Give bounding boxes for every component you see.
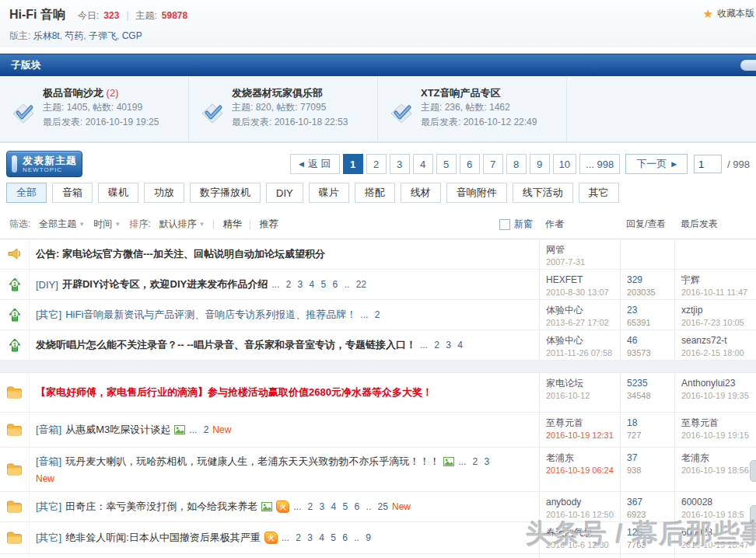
thread-reply-count[interactable]: 5235: [627, 378, 648, 389]
thread-title-link[interactable]: 公告: 家电论坛官方微信---加关注、回帖说明自动加论坛威望积分: [36, 247, 325, 261]
image-attachment-icon: [443, 457, 454, 466]
thread-author[interactable]: 家电论坛: [546, 378, 583, 389]
subforum-name[interactable]: 极品音响沙龙 (2): [43, 85, 159, 100]
svg-text:1: 1: [13, 342, 16, 347]
thread-title-link[interactable]: HiFi音响最新资讯与产品评测、音响店专访系列报道、推荐品牌！: [65, 308, 356, 322]
page-button[interactable]: 9: [530, 154, 550, 174]
section-separator: [0, 361, 756, 373]
subforum-item[interactable]: 发烧器材玩家俱乐部主题: 820, 帖数: 77095最后发表: 2016-10…: [189, 76, 378, 141]
thread-reply-count[interactable]: 18: [627, 417, 637, 428]
thread-author[interactable]: 网管: [546, 244, 565, 255]
thread-author[interactable]: 体验中心: [546, 335, 583, 346]
thread-pagination[interactable]: ... 2: [189, 424, 208, 435]
page-button[interactable]: 5: [436, 154, 457, 174]
category-tab[interactable]: 音响附件: [446, 183, 507, 203]
thread-pagination[interactable]: ... 2: [360, 309, 380, 320]
moderator-link[interactable]: CGP: [122, 30, 142, 41]
lastpost-user[interactable]: 老浦东: [681, 452, 709, 463]
back-button[interactable]: ◀ 返 回: [290, 154, 340, 174]
category-tab[interactable]: 搭配: [355, 183, 395, 203]
category-tab[interactable]: 线材: [401, 183, 441, 203]
thread-author[interactable]: 老浦东: [546, 452, 574, 463]
thread-pagination[interactable]: ... 2 3 4: [420, 340, 463, 350]
thread-category[interactable]: [音箱]: [36, 423, 61, 437]
category-tab[interactable]: 功放: [144, 183, 184, 203]
thread-reply-count[interactable]: 46: [627, 335, 637, 346]
new-topic-button[interactable]: 发表新主题NEWTOPIC: [6, 151, 82, 177]
filter-digest[interactable]: 精华: [222, 218, 241, 231]
thread-title-link[interactable]: 田奇庄：幸亏美帝没打倒，如今给我来养老: [65, 500, 257, 514]
page-number-input[interactable]: [694, 155, 722, 173]
category-tab[interactable]: 全部: [6, 183, 47, 203]
thread-reply-count[interactable]: 23: [627, 305, 637, 316]
category-tab[interactable]: 线下活动: [513, 183, 573, 203]
thread-category[interactable]: [其它]: [36, 500, 61, 514]
thread-author[interactable]: anybody: [546, 497, 581, 507]
new-badge[interactable]: New: [212, 424, 231, 435]
thread-title-link[interactable]: 绝非耸人听闻:日本从中国撤资后果极其严重: [65, 531, 261, 545]
thread-author[interactable]: 体验中心: [546, 305, 583, 316]
today-count: 323: [103, 10, 119, 21]
subforum-item[interactable]: XTZ音响产品专区主题: 236, 帖数: 1462最后发表: 2016-10-…: [378, 76, 567, 141]
subforum-name[interactable]: 发烧器材玩家俱乐部: [232, 85, 348, 100]
page-button[interactable]: 6: [460, 154, 480, 174]
category-tab[interactable]: 碟片: [309, 183, 349, 203]
moderator-link[interactable]: 芍药: [65, 30, 83, 41]
new-window-label[interactable]: 新窗: [514, 218, 533, 231]
subforum-list: 极品音响沙龙 (2)主题: 1405, 帖数: 40199最后发表: 2016-…: [0, 76, 756, 143]
new-window-checkbox[interactable]: [499, 219, 510, 230]
collapse-button[interactable]: [740, 60, 756, 71]
lastpost-user[interactable]: 600028: [681, 497, 712, 507]
category-tab[interactable]: 音箱: [52, 183, 93, 203]
page-button[interactable]: 10: [553, 154, 576, 174]
filter-all-topics[interactable]: 全部主题▼: [39, 218, 85, 231]
thread-reply-count[interactable]: 329: [627, 274, 642, 285]
new-badge[interactable]: New: [36, 473, 54, 484]
page-button[interactable]: 1: [343, 154, 363, 174]
thread-category[interactable]: [DIY]: [36, 279, 58, 291]
new-badge[interactable]: New: [392, 501, 411, 512]
page-button[interactable]: 2: [366, 154, 387, 174]
favorite-forum-button[interactable]: ★ 收藏本版: [703, 7, 754, 20]
filter-recommend[interactable]: 推荐: [259, 218, 278, 231]
column-header-author: 作者: [539, 218, 620, 231]
moderator-link[interactable]: 乐林8t: [33, 30, 60, 41]
category-tab[interactable]: 数字播放机: [190, 183, 261, 203]
thread-title-link[interactable]: 发烧听唱片怎么能不关注录音？-- --唱片录音、音乐家和录音室专访，专题链接入口…: [36, 338, 416, 352]
page-button[interactable]: 7: [483, 154, 503, 174]
thread-pagination[interactable]: ... 2 3 4 5 6 .. 9: [282, 532, 371, 543]
lastpost-user[interactable]: xztjip: [681, 305, 702, 316]
thread-category[interactable]: [其它]: [36, 308, 61, 322]
thread-pagination[interactable]: ... 2 3: [458, 456, 489, 467]
thread-author[interactable]: 至尊元首: [546, 417, 583, 428]
thread-pagination[interactable]: ... 2 3 4 5 6 .. 22: [271, 279, 366, 290]
page-button[interactable]: 8: [506, 154, 527, 174]
filter-time[interactable]: 时间▼: [93, 218, 121, 231]
thread-title-link[interactable]: 从惠威M3吃屎设计谈起: [65, 423, 170, 437]
lastpost-user[interactable]: Anthonylui23: [681, 378, 735, 389]
moderator-link[interactable]: 子弹飞: [89, 30, 117, 41]
scrollbar-handle[interactable]: [750, 460, 756, 482]
category-tab[interactable]: 碟机: [98, 183, 138, 203]
lastpost-user[interactable]: 至尊元首: [681, 417, 719, 428]
category-tab[interactable]: 其它: [579, 183, 619, 203]
thread-category[interactable]: [其它]: [36, 531, 61, 545]
thread-category[interactable]: [音箱]: [36, 455, 61, 469]
page-button[interactable]: 4: [413, 154, 433, 174]
thread-title-link[interactable]: 玩丹麦大喇叭，玩哈苏相机，玩健康人生，老浦东天天兴致勃勃不亦乐乎滴玩！！！: [65, 455, 439, 469]
lastpost-user[interactable]: seanzs72-t: [681, 335, 727, 346]
thread-title-link[interactable]: 开辟DIY讨论专区，欢迎DIY进来发布作品介绍: [62, 277, 268, 291]
page-button[interactable]: 3: [390, 154, 410, 174]
thread-reply-count[interactable]: 37: [627, 452, 637, 463]
thread-title-link[interactable]: 【家电好师傅，家电售后行业的滴滴】参与抢楼活动赢取价值2680元净水器等众多大奖…: [36, 385, 432, 399]
next-page-button[interactable]: 下一页 ▶: [625, 154, 688, 174]
subforum-name[interactable]: XTZ音响产品专区: [421, 85, 537, 100]
subforum-item[interactable]: 极品音响沙龙 (2)主题: 1405, 帖数: 40199最后发表: 2016-…: [0, 76, 189, 141]
lastpost-user[interactable]: 宇辉: [681, 274, 700, 285]
thread-author[interactable]: HEXFET: [546, 274, 583, 285]
page-button[interactable]: ... 998: [579, 154, 620, 174]
thread-pagination[interactable]: ... 2 3 4 5 6 .. 25: [293, 501, 388, 512]
category-tab[interactable]: DIY: [266, 183, 303, 203]
thread-reply-count[interactable]: 367: [627, 497, 642, 507]
filter-order[interactable]: 默认排序▼: [159, 218, 205, 231]
